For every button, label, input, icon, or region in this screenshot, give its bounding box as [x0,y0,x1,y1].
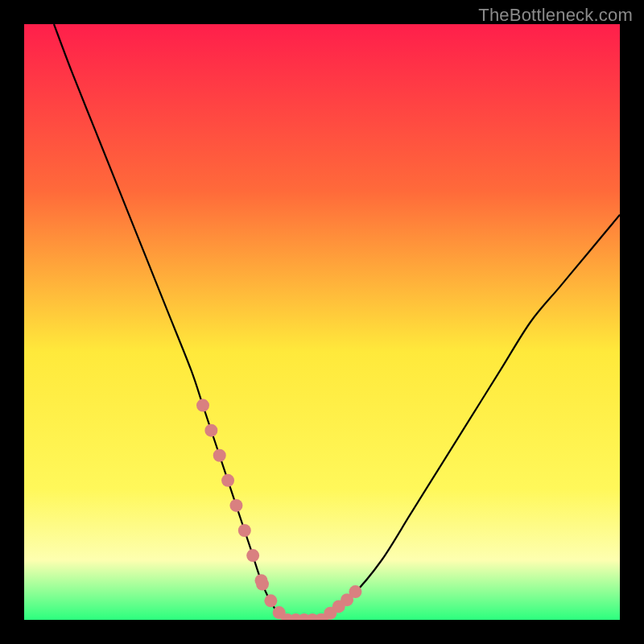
valley-marker-dot [213,449,226,462]
valley-marker-dot [221,474,234,487]
valley-marker-dot [196,399,209,412]
valley-marker-dot [349,585,361,598]
watermark-text: TheBottleneck.com [478,5,633,26]
valley-marker-dot [264,594,277,607]
chart-frame: TheBottleneck.com [0,0,644,644]
valley-marker-dot [246,549,259,562]
valley-marker-dot [238,524,251,537]
valley-marker-dot [256,578,269,591]
bottleneck-chart [24,24,620,620]
valley-marker-dot [229,499,242,512]
valley-marker-dot [204,424,217,437]
